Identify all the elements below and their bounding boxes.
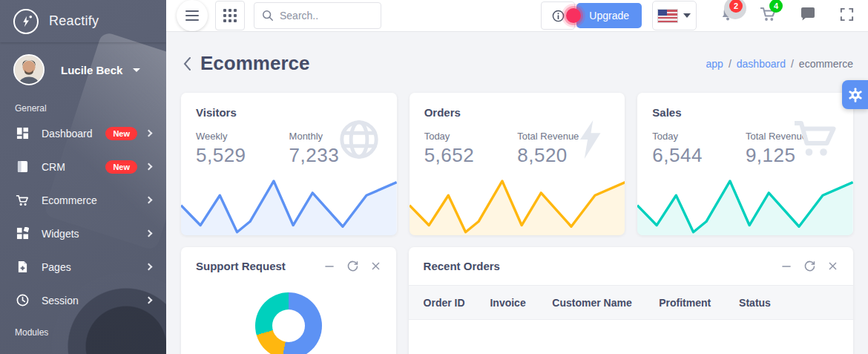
col-status[interactable]: Status <box>733 286 853 320</box>
chevron-right-icon <box>145 263 153 271</box>
us-flag-icon <box>658 10 677 22</box>
search-input[interactable] <box>280 10 361 22</box>
chevron-right-icon <box>145 297 153 304</box>
col-customer-name[interactable]: Customer Name <box>546 286 653 320</box>
search-box[interactable] <box>254 2 381 29</box>
user-menu[interactable]: Lucile Beck <box>0 42 166 93</box>
topbar: Upgrade 2 4 <box>166 0 868 32</box>
table-header-row: Order ID Invoice Customer Name Profitmen… <box>409 286 853 320</box>
chevron-right-icon <box>145 197 153 204</box>
recent-orders-table: Order ID Invoice Customer Name Profitmen… <box>409 285 853 320</box>
brand-name: Reactify <box>49 13 99 29</box>
collapse-icon[interactable] <box>323 260 335 272</box>
info-icon <box>552 10 565 22</box>
refresh-icon[interactable] <box>346 260 359 272</box>
sidebar-item-ecommerce[interactable]: Ecommerce <box>0 183 166 217</box>
support-request-card: Support Request <box>181 247 396 354</box>
notifications-button[interactable]: 2 <box>719 5 737 26</box>
language-selector[interactable] <box>652 1 697 30</box>
apps-grid-icon <box>223 9 237 22</box>
globe-icon <box>338 118 381 164</box>
sales-sparkline <box>637 173 853 235</box>
reactify-logo-icon <box>13 9 39 34</box>
app-root: Reactify Lucile Beck General <box>0 0 868 354</box>
upgrade-button[interactable]: Upgrade <box>576 3 642 28</box>
recent-orders-card: Recent Orders Order ID Invoice <box>409 247 853 354</box>
breadcrumb-current: ecommerce <box>799 58 853 70</box>
cart-icon <box>792 118 837 163</box>
flash-icon <box>571 118 608 164</box>
gear-icon <box>847 87 864 103</box>
avatar <box>13 54 45 85</box>
sidebar-item-widgets[interactable]: Widgets <box>0 217 166 250</box>
breadcrumb: app / dashboard / ecommerce <box>706 58 853 70</box>
menu-toggle-button[interactable] <box>177 0 208 31</box>
sidebar: Reactify Lucile Beck General <box>0 0 166 354</box>
sidebar-item-crm[interactable]: CRM New <box>0 150 166 183</box>
widgets-icon <box>15 226 30 241</box>
back-chevron-icon[interactable] <box>183 56 191 71</box>
visitors-card: Visitors Weekly5,529 Monthly7,233 <box>181 93 397 235</box>
sales-card: Sales Today6,544 Total Revenue9,125 <box>637 93 853 235</box>
card-title: Orders <box>424 106 611 119</box>
visitors-sparkline <box>181 173 397 235</box>
close-icon[interactable] <box>370 260 381 272</box>
search-icon <box>262 10 274 22</box>
chat-icon <box>799 5 817 23</box>
page-title: Ecommerce <box>200 52 309 75</box>
cart-icon <box>15 193 30 208</box>
orders-card: Orders Today5,652 Total Revenue8,520 <box>410 93 625 235</box>
card-title: Visitors <box>196 106 382 119</box>
panel-title: Recent Orders <box>424 260 500 272</box>
chevron-right-icon <box>145 130 153 137</box>
chevron-right-icon <box>145 230 153 237</box>
settings-gear-button[interactable] <box>842 80 868 109</box>
collapse-icon[interactable] <box>780 260 792 272</box>
section-modules: Modules <box>0 317 166 341</box>
pages-icon <box>15 260 30 275</box>
cart-count-badge: 4 <box>769 0 783 13</box>
cart-button[interactable]: 4 <box>759 5 777 26</box>
brand-header[interactable]: Reactify <box>0 0 166 42</box>
panel-title: Support Request <box>196 260 286 272</box>
refresh-icon[interactable] <box>803 260 816 272</box>
col-invoice[interactable]: Invoice <box>484 286 546 320</box>
chat-button[interactable] <box>799 5 817 26</box>
content-area: Ecommerce app / dashboard / ecommerce Vi… <box>166 32 868 354</box>
sidebar-item-pages[interactable]: Pages <box>0 250 166 283</box>
sidebar-item-session[interactable]: Session <box>0 283 166 317</box>
fullscreen-button[interactable] <box>839 7 855 25</box>
section-general: General <box>0 93 166 117</box>
chevron-down-icon <box>133 68 140 72</box>
orders-sparkline <box>410 173 625 235</box>
chevron-down-icon <box>683 13 691 18</box>
breadcrumb-dashboard[interactable]: dashboard <box>737 58 786 70</box>
card-title: Sales <box>652 106 838 119</box>
breadcrumb-app[interactable]: app <box>706 58 723 70</box>
sidebar-item-dashboard[interactable]: Dashboard New <box>0 117 166 150</box>
fullscreen-icon <box>839 7 855 22</box>
close-icon[interactable] <box>827 260 838 272</box>
col-profitment[interactable]: Profitment <box>653 286 733 320</box>
col-order-id[interactable]: Order ID <box>409 286 484 320</box>
dashboard-icon <box>15 126 30 141</box>
new-badge: New <box>105 127 137 140</box>
new-badge: New <box>105 160 137 174</box>
session-icon <box>15 293 30 308</box>
user-name: Lucile Beck <box>61 64 122 76</box>
support-request-donut-chart <box>255 292 322 354</box>
apps-grid-button[interactable] <box>215 1 245 30</box>
chevron-right-icon <box>145 163 153 171</box>
crm-icon <box>15 160 30 174</box>
